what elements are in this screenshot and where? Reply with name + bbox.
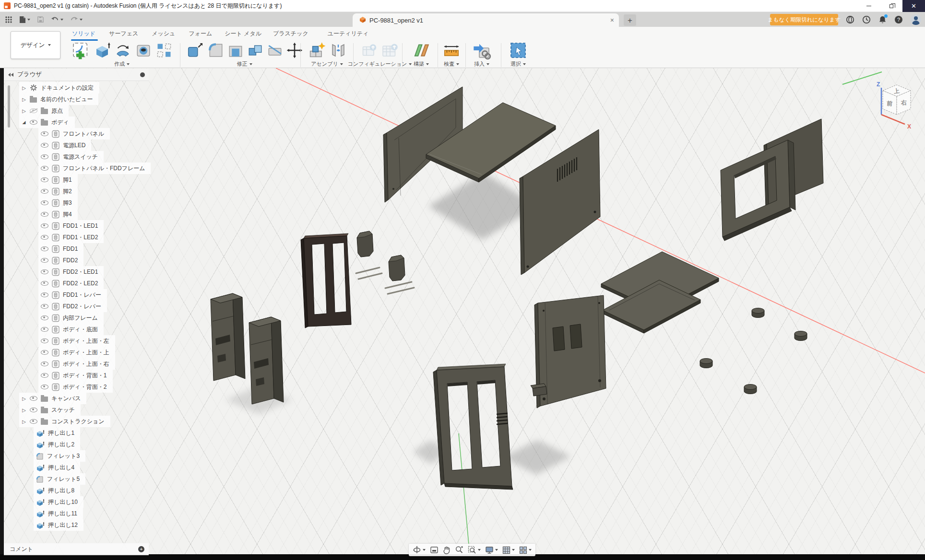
group-label-modify[interactable]: 修正 [237, 60, 252, 68]
browser-row-14[interactable]: FDD1 [38, 243, 83, 255]
part-pins[interactable] [356, 268, 414, 294]
revolve-icon[interactable] [114, 42, 131, 59]
part-rear-frame[interactable] [721, 140, 795, 241]
browser-row-25[interactable]: ボディ・背面・1 [38, 370, 113, 381]
new-component-icon[interactable] [307, 41, 326, 60]
extensions-globe-icon[interactable] [846, 15, 854, 24]
part-foot-1[interactable] [752, 308, 764, 318]
browser-row-11[interactable]: 脚4 [38, 209, 78, 220]
part-fdd-drive-2[interactable] [249, 317, 284, 404]
select-icon[interactable] [509, 41, 528, 60]
ribbon-tab-5[interactable]: プラスチック [273, 30, 308, 40]
group-label-select[interactable]: 選択 [510, 60, 526, 68]
notifications-bell-button[interactable] [878, 15, 887, 24]
minimize-button[interactable] [857, 0, 880, 12]
visibility-eye-icon[interactable] [41, 154, 48, 159]
part-fdd-frame[interactable] [301, 233, 351, 328]
close-button[interactable]: ✕ [902, 0, 925, 12]
browser-row-5[interactable]: 電源LED [38, 140, 91, 151]
add-comment-icon[interactable]: + [138, 546, 144, 552]
group-label-create[interactable]: 作成 [114, 60, 130, 68]
visibility-eye-icon[interactable] [41, 292, 48, 297]
visibility-eye-icon[interactable] [30, 120, 37, 125]
configure-icon[interactable] [361, 42, 378, 59]
visibility-eye-icon[interactable] [41, 304, 48, 309]
visibility-eye-icon[interactable] [41, 327, 48, 332]
browser-panel-header[interactable]: ブラウザ [4, 69, 149, 81]
browser-row-22[interactable]: ボディ・上面・左 [38, 335, 115, 347]
browser-row-3[interactable]: ◢ボディ [19, 117, 75, 128]
collapse-arrow-icon[interactable]: ◢ [22, 120, 26, 125]
visibility-eye-icon[interactable] [41, 269, 48, 274]
apps-grid-icon[interactable] [5, 16, 12, 23]
browser-row-17[interactable]: FDD2・LED2 [38, 278, 104, 289]
insert-icon[interactable] [472, 41, 491, 60]
visibility-eye-icon[interactable] [41, 177, 48, 182]
visibility-eye-icon[interactable] [41, 235, 48, 240]
browser-row-38[interactable]: 押し出し12 [34, 519, 83, 531]
viewports-button[interactable] [519, 546, 532, 554]
pattern-icon[interactable] [155, 42, 173, 59]
create-sketch-icon[interactable] [71, 41, 90, 60]
browser-row-2[interactable]: ▷原点 [19, 105, 69, 117]
expand-arrow-icon[interactable]: ▷ [22, 108, 26, 114]
part-small-block[interactable] [531, 384, 547, 396]
visibility-eye-icon[interactable] [41, 166, 48, 171]
browser-row-37[interactable]: 押し出し11 [34, 508, 83, 519]
browser-row-7[interactable]: フロントパネル・FDDフレーム [38, 163, 151, 174]
browser-row-13[interactable]: FDD1・LED2 [38, 232, 104, 243]
browser-row-32[interactable]: フィレット3 [34, 450, 85, 462]
browser-row-28[interactable]: ▷スケッチ [19, 404, 81, 416]
extrude-icon[interactable] [94, 42, 111, 59]
expand-arrow-icon[interactable]: ▷ [22, 419, 26, 424]
shell-icon[interactable] [227, 42, 244, 58]
document-tab-close-icon[interactable]: × [610, 17, 614, 23]
construction-plane-icon[interactable] [412, 41, 431, 60]
joint-icon[interactable] [330, 42, 347, 59]
zoom-window-button[interactable] [468, 546, 481, 554]
hole-icon[interactable] [135, 42, 152, 59]
browser-row-33[interactable]: 押し出し4 [34, 462, 80, 473]
browser-row-30[interactable]: 押し出し1 [34, 427, 80, 439]
license-expiry-button[interactable]: まもなく期限切れになります [770, 14, 838, 25]
part-switch-knob-1[interactable] [357, 231, 373, 257]
orbit-button[interactable] [413, 546, 426, 554]
file-menu-button[interactable] [19, 16, 30, 23]
browser-row-31[interactable]: 押し出し2 [34, 439, 80, 450]
press-pull-icon[interactable] [186, 41, 204, 59]
browser-row-35[interactable]: 押し出し8 [34, 485, 80, 496]
visibility-eye-icon[interactable] [30, 396, 37, 401]
visibility-eye-icon[interactable] [41, 281, 48, 286]
browser-row-10[interactable]: 脚3 [38, 197, 78, 209]
visibility-eye-icon[interactable] [41, 338, 48, 343]
visibility-eye-icon[interactable] [41, 362, 48, 366]
group-label-insert[interactable]: 挿入 [474, 60, 489, 68]
visibility-eye-icon[interactable] [41, 373, 48, 378]
visibility-eye-icon[interactable] [41, 385, 48, 389]
grid-settings-button[interactable] [502, 546, 515, 554]
ribbon-tab-3[interactable]: フォーム [189, 30, 212, 40]
new-tab-button[interactable]: + [624, 14, 636, 26]
browser-row-0[interactable]: ▷ドキュメントの設定 [19, 82, 99, 93]
combine-icon[interactable] [247, 42, 263, 58]
visibility-eye-icon[interactable] [30, 408, 37, 412]
browser-scrollbar[interactable] [8, 85, 10, 128]
browser-row-1[interactable]: ▷名前の付いたビュー [19, 93, 98, 105]
visibility-eye-icon[interactable] [41, 258, 48, 263]
comment-bar[interactable]: コメント + [4, 543, 149, 555]
browser-row-16[interactable]: FDD2・LED1 [38, 266, 104, 278]
split-body-icon[interactable] [267, 42, 283, 58]
expand-arrow-icon[interactable]: ▷ [22, 85, 26, 91]
browser-row-26[interactable]: ボディ・背面・2 [38, 381, 113, 393]
browser-row-23[interactable]: ボディ・上面・上 [38, 347, 115, 358]
browser-row-18[interactable]: FDD1・レバー [38, 289, 107, 301]
look-at-icon[interactable] [430, 546, 439, 554]
display-settings-button[interactable] [485, 546, 498, 554]
browser-row-21[interactable]: ボディ・底面 [38, 324, 104, 335]
expand-arrow-icon[interactable]: ▷ [22, 408, 26, 413]
ribbon-tab-4[interactable]: シート メタル [225, 30, 261, 40]
browser-row-9[interactable]: 脚2 [38, 186, 78, 197]
browser-row-15[interactable]: FDD2 [38, 255, 83, 266]
visibility-eye-icon[interactable] [41, 200, 48, 205]
browser-row-27[interactable]: ▷キャンバス [19, 393, 86, 404]
